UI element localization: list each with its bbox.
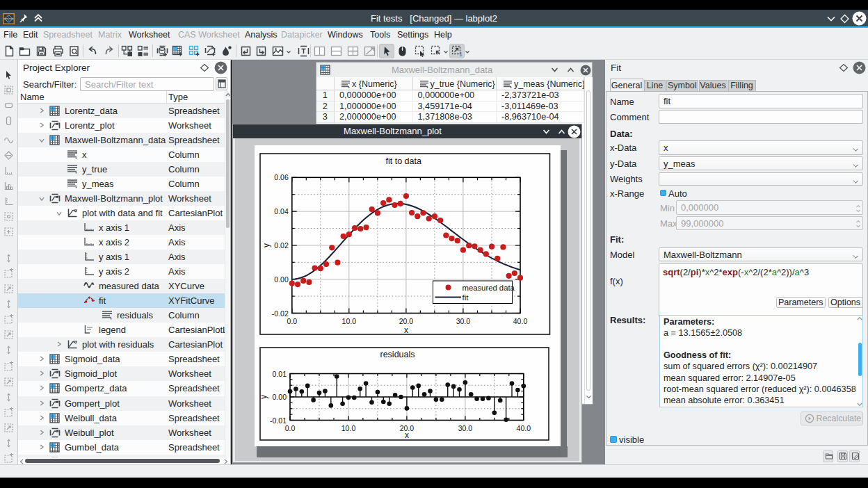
svg-text:40.0: 40.0 xyxy=(513,316,528,325)
svg-text:1: 1 xyxy=(459,51,463,57)
svg-text:x: x xyxy=(405,430,409,440)
svg-text:0.0: 0.0 xyxy=(284,423,295,432)
svg-text:fit: fit xyxy=(463,293,469,301)
svg-text:0.02: 0.02 xyxy=(274,241,289,249)
svg-text:residuals: residuals xyxy=(380,349,415,359)
svg-text:20.0: 20.0 xyxy=(399,316,414,325)
svg-text:fit to data: fit to data xyxy=(386,156,421,166)
svg-text:0.00: 0.00 xyxy=(274,275,289,283)
svg-text:-0.01: -0.01 xyxy=(270,416,287,424)
svg-text:y: y xyxy=(262,243,271,247)
svg-text:0.0: 0.0 xyxy=(287,316,297,325)
svg-text:10.0: 10.0 xyxy=(341,423,356,432)
svg-text:10.0: 10.0 xyxy=(342,316,357,325)
svg-text:measured data: measured data xyxy=(463,283,515,291)
svg-text:y: y xyxy=(259,395,268,399)
svg-text:-0.02: -0.02 xyxy=(272,309,289,317)
svg-text:30.0: 30.0 xyxy=(456,316,471,325)
svg-text:x: x xyxy=(404,325,408,334)
svg-text:30.0: 30.0 xyxy=(458,423,472,432)
svg-text:0.00: 0.00 xyxy=(272,393,287,401)
svg-text:0.06: 0.06 xyxy=(274,173,289,181)
svg-text:0.04: 0.04 xyxy=(274,207,289,215)
svg-text:40.0: 40.0 xyxy=(516,423,531,432)
svg-text:0.01: 0.01 xyxy=(272,369,287,377)
